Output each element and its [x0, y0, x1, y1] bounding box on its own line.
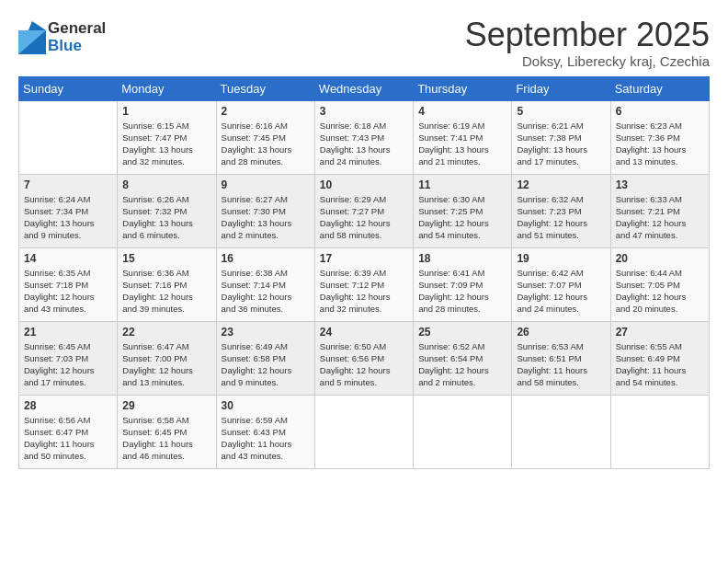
day-number-w1-d6: 5 [517, 105, 605, 118]
title-block: September 2025 Doksy, Liberecky kraj, Cz… [465, 17, 710, 69]
day-detail-w3-d1: Sunrise: 6:35 AM Sunset: 7:18 PM Dayligh… [24, 267, 112, 316]
day-detail-w4-d3: Sunrise: 6:49 AM Sunset: 6:58 PM Dayligh… [222, 340, 310, 389]
day-number-w4-d5: 25 [418, 326, 506, 339]
col-friday: Friday [512, 76, 610, 100]
day-detail-w4-d4: Sunrise: 6:50 AM Sunset: 6:56 PM Dayligh… [320, 340, 408, 389]
cell-w5-d6 [512, 395, 610, 468]
day-detail-w2-d2: Sunrise: 6:26 AM Sunset: 7:32 PM Dayligh… [122, 193, 210, 242]
cell-w2-d5: 11Sunrise: 6:30 AM Sunset: 7:25 PM Dayli… [414, 174, 512, 247]
cell-w5-d2: 29Sunrise: 6:58 AM Sunset: 6:45 PM Dayli… [118, 395, 216, 468]
day-number-w4-d7: 27 [616, 326, 704, 339]
cell-w2-d6: 12Sunrise: 6:32 AM Sunset: 7:23 PM Dayli… [512, 174, 610, 247]
cell-w4-d7: 27Sunrise: 6:55 AM Sunset: 6:49 PM Dayli… [610, 321, 709, 395]
col-monday: Monday [118, 76, 216, 100]
cell-w2-d1: 7Sunrise: 6:24 AM Sunset: 7:34 PM Daylig… [19, 174, 118, 247]
col-tuesday: Tuesday [216, 76, 314, 100]
cell-w3-d5: 18Sunrise: 6:41 AM Sunset: 7:09 PM Dayli… [414, 247, 512, 321]
cell-w3-d4: 17Sunrise: 6:39 AM Sunset: 7:12 PM Dayli… [314, 247, 413, 321]
day-number-w3-d6: 19 [517, 252, 605, 265]
col-wednesday: Wednesday [314, 76, 413, 100]
location-subtitle: Doksy, Liberecky kraj, Czechia [465, 53, 710, 69]
cell-w5-d1: 28Sunrise: 6:56 AM Sunset: 6:47 PM Dayli… [19, 395, 118, 468]
day-number-w2-d6: 12 [517, 178, 605, 191]
day-detail-w2-d1: Sunrise: 6:24 AM Sunset: 7:34 PM Dayligh… [24, 193, 112, 242]
day-detail-w4-d6: Sunrise: 6:53 AM Sunset: 6:51 PM Dayligh… [517, 340, 605, 389]
day-detail-w1-d2: Sunrise: 6:15 AM Sunset: 7:47 PM Dayligh… [122, 120, 210, 168]
cell-w1-d3: 2Sunrise: 6:16 AM Sunset: 7:45 PM Daylig… [216, 100, 314, 174]
day-detail-w4-d2: Sunrise: 6:47 AM Sunset: 7:00 PM Dayligh… [122, 340, 210, 389]
calendar-table: Sunday Monday Tuesday Wednesday Thursday… [18, 76, 710, 469]
day-number-w3-d1: 14 [24, 252, 112, 265]
week-row-3: 14Sunrise: 6:35 AM Sunset: 7:18 PM Dayli… [19, 247, 710, 321]
cell-w1-d1 [19, 100, 118, 174]
cell-w4-d4: 24Sunrise: 6:50 AM Sunset: 6:56 PM Dayli… [314, 321, 413, 395]
day-detail-w2-d4: Sunrise: 6:29 AM Sunset: 7:27 PM Dayligh… [320, 193, 408, 242]
day-detail-w4-d1: Sunrise: 6:45 AM Sunset: 7:03 PM Dayligh… [24, 340, 112, 389]
day-number-w2-d1: 7 [24, 178, 112, 191]
day-number-w5-d3: 30 [222, 399, 310, 412]
day-number-w3-d3: 16 [222, 252, 310, 265]
header: General Blue September 2025 Doksy, Liber… [18, 17, 710, 69]
cell-w5-d4 [314, 395, 413, 468]
day-detail-w1-d5: Sunrise: 6:19 AM Sunset: 7:41 PM Dayligh… [418, 120, 506, 168]
logo-general-text: General [48, 20, 106, 38]
month-title: September 2025 [465, 17, 710, 53]
cell-w1-d6: 5Sunrise: 6:21 AM Sunset: 7:38 PM Daylig… [512, 100, 610, 174]
day-number-w2-d4: 10 [320, 178, 408, 191]
day-detail-w4-d5: Sunrise: 6:52 AM Sunset: 6:54 PM Dayligh… [418, 340, 506, 389]
day-number-w3-d4: 17 [320, 252, 408, 265]
day-number-w4-d1: 21 [24, 326, 112, 339]
week-row-1: 1Sunrise: 6:15 AM Sunset: 7:47 PM Daylig… [19, 100, 710, 174]
day-detail-w2-d6: Sunrise: 6:32 AM Sunset: 7:23 PM Dayligh… [517, 193, 605, 242]
day-detail-w4-d7: Sunrise: 6:55 AM Sunset: 6:49 PM Dayligh… [616, 340, 704, 389]
cell-w3-d6: 19Sunrise: 6:42 AM Sunset: 7:07 PM Dayli… [512, 247, 610, 321]
day-number-w4-d2: 22 [122, 326, 210, 339]
day-number-w1-d5: 4 [418, 105, 506, 118]
day-detail-w3-d2: Sunrise: 6:36 AM Sunset: 7:16 PM Dayligh… [122, 267, 210, 316]
logo-blue-text: Blue [48, 38, 106, 55]
col-thursday: Thursday [414, 76, 512, 100]
day-number-w3-d2: 15 [122, 252, 210, 265]
cell-w1-d2: 1Sunrise: 6:15 AM Sunset: 7:47 PM Daylig… [118, 100, 216, 174]
day-detail-w3-d3: Sunrise: 6:38 AM Sunset: 7:14 PM Dayligh… [222, 267, 310, 316]
day-number-w1-d4: 3 [320, 105, 408, 118]
day-number-w5-d2: 29 [122, 399, 210, 412]
cell-w2-d2: 8Sunrise: 6:26 AM Sunset: 7:32 PM Daylig… [118, 174, 216, 247]
cell-w4-d2: 22Sunrise: 6:47 AM Sunset: 7:00 PM Dayli… [118, 321, 216, 395]
col-saturday: Saturday [610, 76, 709, 100]
cell-w4-d3: 23Sunrise: 6:49 AM Sunset: 6:58 PM Dayli… [216, 321, 314, 395]
page: General Blue September 2025 Doksy, Liber… [0, 0, 728, 563]
day-number-w1-d3: 2 [222, 105, 310, 118]
day-detail-w3-d7: Sunrise: 6:44 AM Sunset: 7:05 PM Dayligh… [616, 267, 704, 316]
cell-w1-d5: 4Sunrise: 6:19 AM Sunset: 7:41 PM Daylig… [414, 100, 512, 174]
cell-w4-d6: 26Sunrise: 6:53 AM Sunset: 6:51 PM Dayli… [512, 321, 610, 395]
day-detail-w1-d6: Sunrise: 6:21 AM Sunset: 7:38 PM Dayligh… [517, 120, 605, 168]
week-row-2: 7Sunrise: 6:24 AM Sunset: 7:34 PM Daylig… [19, 174, 710, 247]
week-row-4: 21Sunrise: 6:45 AM Sunset: 7:03 PM Dayli… [19, 321, 710, 395]
day-number-w3-d7: 20 [616, 252, 704, 265]
calendar-header: Sunday Monday Tuesday Wednesday Thursday… [19, 76, 710, 100]
day-detail-w2-d3: Sunrise: 6:27 AM Sunset: 7:30 PM Dayligh… [222, 193, 310, 242]
cell-w1-d4: 3Sunrise: 6:18 AM Sunset: 7:43 PM Daylig… [314, 100, 413, 174]
day-detail-w1-d4: Sunrise: 6:18 AM Sunset: 7:43 PM Dayligh… [320, 120, 408, 168]
day-number-w4-d4: 24 [320, 326, 408, 339]
day-number-w5-d1: 28 [24, 399, 112, 412]
day-number-w2-d5: 11 [418, 178, 506, 191]
day-detail-w3-d5: Sunrise: 6:41 AM Sunset: 7:09 PM Dayligh… [418, 267, 506, 316]
day-number-w4-d3: 23 [222, 326, 310, 339]
day-number-w1-d7: 6 [616, 105, 704, 118]
cell-w3-d3: 16Sunrise: 6:38 AM Sunset: 7:14 PM Dayli… [216, 247, 314, 321]
day-detail-w5-d3: Sunrise: 6:59 AM Sunset: 6:43 PM Dayligh… [222, 414, 310, 463]
day-detail-w2-d7: Sunrise: 6:33 AM Sunset: 7:21 PM Dayligh… [616, 193, 704, 242]
day-detail-w1-d3: Sunrise: 6:16 AM Sunset: 7:45 PM Dayligh… [222, 120, 310, 168]
day-detail-w2-d5: Sunrise: 6:30 AM Sunset: 7:25 PM Dayligh… [418, 193, 506, 242]
day-number-w2-d7: 13 [616, 178, 704, 191]
cell-w4-d5: 25Sunrise: 6:52 AM Sunset: 6:54 PM Dayli… [414, 321, 512, 395]
cell-w1-d7: 6Sunrise: 6:23 AM Sunset: 7:36 PM Daylig… [610, 100, 709, 174]
day-detail-w3-d4: Sunrise: 6:39 AM Sunset: 7:12 PM Dayligh… [320, 267, 408, 316]
day-detail-w5-d1: Sunrise: 6:56 AM Sunset: 6:47 PM Dayligh… [24, 414, 112, 463]
cell-w5-d3: 30Sunrise: 6:59 AM Sunset: 6:43 PM Dayli… [216, 395, 314, 468]
cell-w4-d1: 21Sunrise: 6:45 AM Sunset: 7:03 PM Dayli… [19, 321, 118, 395]
cell-w3-d2: 15Sunrise: 6:36 AM Sunset: 7:16 PM Dayli… [118, 247, 216, 321]
cell-w2-d3: 9Sunrise: 6:27 AM Sunset: 7:30 PM Daylig… [216, 174, 314, 247]
